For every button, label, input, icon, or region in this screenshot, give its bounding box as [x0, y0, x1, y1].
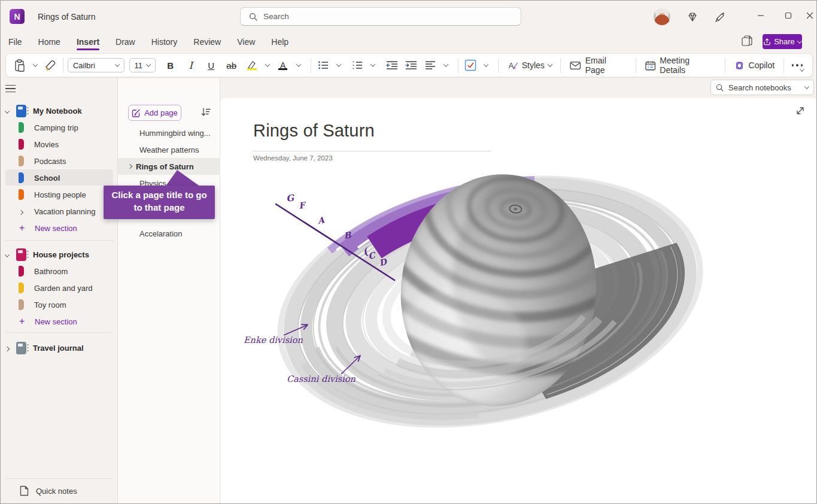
notebook-house-projects[interactable]: House projects: [1, 246, 118, 263]
section-camping-trip[interactable]: Camping trip: [1, 119, 118, 136]
todo-tag-button[interactable]: [463, 56, 478, 74]
share-label: Share: [774, 37, 795, 46]
menu-file[interactable]: File: [8, 32, 22, 52]
page-canvas[interactable]: Rings of Saturn Wednesday, June 7, 2023: [220, 98, 817, 504]
chevron-down-icon: [800, 66, 804, 71]
search-notebooks-input[interactable]: Search notebooks: [710, 80, 814, 95]
underline-button[interactable]: U: [204, 56, 219, 74]
onenote-logo-icon: N: [10, 9, 25, 24]
increase-indent-button[interactable]: [403, 56, 419, 74]
premium-diamond-icon[interactable]: [687, 11, 698, 23]
menu-draw[interactable]: Draw: [116, 32, 135, 52]
paste-button[interactable]: [12, 56, 28, 74]
font-name-select[interactable]: Cailbri: [68, 58, 124, 72]
copilot-label: Copilot: [749, 60, 775, 70]
minimize-button[interactable]: [747, 1, 775, 31]
collapse-ribbon-button[interactable]: [800, 63, 804, 74]
section-garden-and-yard[interactable]: Garden and yard: [1, 280, 118, 296]
close-button[interactable]: [796, 1, 817, 31]
notebook-travel-journal[interactable]: Travel journal: [1, 339, 118, 356]
sidebar-divider: [5, 240, 113, 241]
notebook-my-notebook[interactable]: My Notebook: [1, 102, 118, 119]
section-name: Movies: [34, 140, 59, 149]
plus-icon: +: [19, 318, 25, 324]
quick-notes-button[interactable]: Quick notes: [1, 482, 118, 500]
numbered-list-dropdown[interactable]: [365, 56, 381, 74]
menu-home[interactable]: Home: [38, 32, 60, 52]
page-item-accelaration[interactable]: Accelaration: [118, 225, 220, 242]
menu-view[interactable]: View: [237, 32, 255, 52]
section-podcasts[interactable]: Podcasts: [1, 153, 118, 169]
add-page-button[interactable]: Add page: [128, 105, 181, 121]
title-underline: [253, 151, 491, 151]
highlight-button[interactable]: [244, 56, 260, 74]
styles-button[interactable]: A Styles: [503, 56, 557, 74]
chevron-down-icon: [296, 62, 300, 66]
search-input[interactable]: Search: [240, 7, 521, 26]
menu-help[interactable]: Help: [271, 32, 288, 52]
expand-page-icon[interactable]: [795, 105, 806, 116]
account-avatar[interactable]: [654, 8, 670, 25]
ribbon-toolbar: Cailbri 11 B I U ab A: [5, 53, 813, 77]
hamburger-menu-button[interactable]: [5, 82, 20, 95]
window-title: Rings of Saturn: [38, 12, 96, 22]
sort-pages-icon[interactable]: [201, 107, 211, 117]
copy-page-icon[interactable]: [741, 35, 753, 47]
paste-dropdown[interactable]: [28, 56, 43, 74]
chevron-down-icon: [483, 62, 488, 66]
highlight-dropdown[interactable]: [260, 56, 275, 74]
new-section-label: New section: [35, 317, 77, 326]
format-painter-button[interactable]: [43, 56, 59, 74]
notebook-name: My Notebook: [33, 107, 82, 116]
italic-button[interactable]: I: [183, 56, 199, 74]
search-notebooks-placeholder: Search notebooks: [728, 83, 800, 92]
chevron-right-icon: [19, 210, 23, 214]
bullet-list-button[interactable]: [315, 56, 331, 74]
font-color-button[interactable]: A: [275, 56, 291, 74]
bold-button[interactable]: B: [163, 56, 178, 74]
bullet-list-dropdown[interactable]: [331, 56, 347, 74]
new-section-button[interactable]: + New section: [1, 313, 118, 330]
svg-text:A: A: [508, 62, 514, 70]
alignment-button[interactable]: [423, 56, 438, 74]
font-color-dropdown[interactable]: [291, 56, 306, 74]
toolbar-divider: [458, 58, 458, 73]
page-title-text: Weather patterns: [139, 145, 199, 154]
toolbar-divider: [498, 58, 499, 73]
share-button[interactable]: Share: [763, 34, 802, 49]
calendar-icon: [645, 60, 655, 71]
email-page-button[interactable]: Email Page: [565, 56, 631, 74]
new-section-button[interactable]: + New section: [1, 220, 118, 236]
strikethrough-button[interactable]: ab: [224, 56, 239, 74]
section-toy-room[interactable]: Toy room: [1, 296, 118, 313]
todo-tag-dropdown[interactable]: [478, 56, 494, 74]
section-movies[interactable]: Movies: [1, 136, 118, 153]
page-item-hummingbird[interactable]: Hummingbird wing...: [118, 125, 220, 141]
search-icon: [716, 84, 724, 92]
notebook-name: Travel journal: [33, 344, 84, 353]
copilot-button[interactable]: Copilot: [730, 56, 779, 74]
menu-bar: File Home Insert Draw History Review Vie…: [1, 32, 816, 52]
page-title[interactable]: Rings of Saturn: [253, 121, 375, 141]
menu-insert[interactable]: Insert: [77, 32, 99, 52]
section-name: School: [34, 174, 60, 183]
page-item-rings-of-saturn-selected[interactable]: Rings of Saturn: [118, 158, 220, 175]
section-bathroom[interactable]: Bathroom: [1, 263, 118, 280]
font-size-select[interactable]: 11: [129, 58, 156, 72]
section-group-vacation-planning[interactable]: Vacation planning: [1, 203, 118, 220]
whats-new-sparkle-pen-icon[interactable]: [714, 11, 726, 23]
numbered-list-button[interactable]: [350, 56, 365, 74]
page-item-weather-patterns[interactable]: Weather patterns: [118, 141, 220, 158]
section-hosting-people[interactable]: Hosting people: [1, 186, 118, 203]
page-icon: [20, 485, 29, 496]
menu-history[interactable]: History: [151, 32, 178, 52]
alignment-dropdown[interactable]: [438, 56, 454, 74]
page-title-text: Hummingbird wing...: [139, 129, 211, 138]
email-page-label: Email Page: [585, 56, 627, 75]
section-school[interactable]: School: [1, 169, 118, 186]
menu-review[interactable]: Review: [193, 32, 221, 52]
meeting-details-button[interactable]: Meeting Details: [640, 56, 721, 74]
envelope-icon: [570, 61, 581, 70]
strikethrough-glyph: ab: [226, 60, 236, 71]
decrease-indent-button[interactable]: [384, 56, 400, 74]
